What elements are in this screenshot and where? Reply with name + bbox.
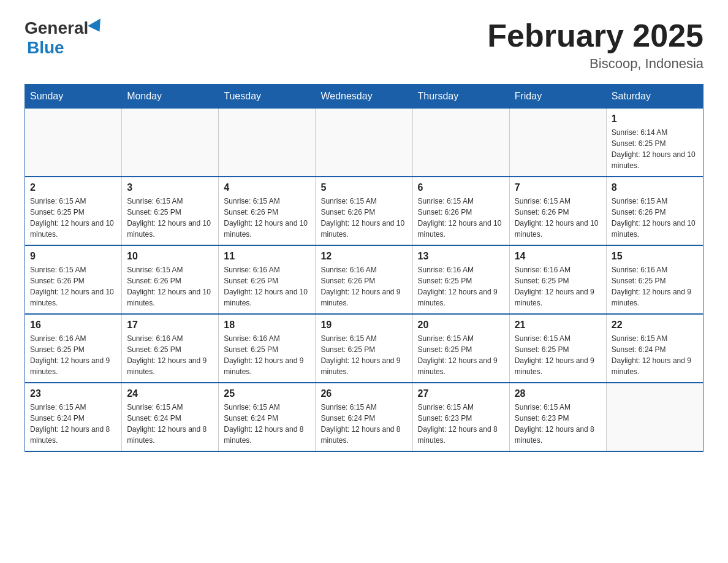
- calendar-table: SundayMondayTuesdayWednesdayThursdayFrid…: [25, 84, 703, 452]
- day-info: Sunrise: 6:16 AM Sunset: 6:25 PM Dayligh…: [612, 264, 698, 308]
- day-number: 13: [418, 251, 504, 262]
- calendar-cell: [606, 383, 703, 451]
- calendar-cell: 27Sunrise: 6:15 AM Sunset: 6:23 PM Dayli…: [412, 383, 509, 451]
- day-info: Sunrise: 6:15 AM Sunset: 6:26 PM Dayligh…: [30, 264, 116, 308]
- day-number: 1: [612, 113, 698, 124]
- calendar-cell: [412, 109, 509, 177]
- calendar-cell: [219, 109, 316, 177]
- day-number: 17: [127, 320, 213, 331]
- day-info: Sunrise: 6:15 AM Sunset: 6:24 PM Dayligh…: [127, 402, 213, 446]
- calendar-subtitle: Biscoop, Indonesia: [487, 56, 703, 72]
- day-info: Sunrise: 6:15 AM Sunset: 6:26 PM Dayligh…: [515, 196, 601, 240]
- calendar-cell: [122, 109, 219, 177]
- day-number: 25: [224, 388, 310, 399]
- calendar-cell: 28Sunrise: 6:15 AM Sunset: 6:23 PM Dayli…: [509, 383, 606, 451]
- day-info: Sunrise: 6:15 AM Sunset: 6:24 PM Dayligh…: [30, 402, 116, 446]
- day-info: Sunrise: 6:15 AM Sunset: 6:25 PM Dayligh…: [515, 333, 601, 377]
- weekday-header-sunday: Sunday: [25, 85, 122, 109]
- day-number: 24: [127, 388, 213, 399]
- day-info: Sunrise: 6:16 AM Sunset: 6:26 PM Dayligh…: [224, 264, 310, 308]
- day-number: 3: [127, 182, 213, 193]
- weekday-header-friday: Friday: [509, 85, 606, 109]
- calendar-cell: 13Sunrise: 6:16 AM Sunset: 6:25 PM Dayli…: [412, 245, 509, 314]
- calendar-cell: 1Sunrise: 6:14 AM Sunset: 6:25 PM Daylig…: [606, 109, 703, 177]
- calendar-cell: [509, 109, 606, 177]
- weekday-header-tuesday: Tuesday: [219, 85, 316, 109]
- calendar-cell: 4Sunrise: 6:15 AM Sunset: 6:26 PM Daylig…: [219, 177, 316, 245]
- day-number: 11: [224, 251, 310, 262]
- logo-text: General: [25, 18, 104, 38]
- day-info: Sunrise: 6:15 AM Sunset: 6:24 PM Dayligh…: [612, 333, 698, 377]
- day-info: Sunrise: 6:15 AM Sunset: 6:26 PM Dayligh…: [127, 264, 213, 308]
- day-info: Sunrise: 6:16 AM Sunset: 6:25 PM Dayligh…: [418, 264, 504, 308]
- day-number: 7: [515, 182, 601, 193]
- day-info: Sunrise: 6:15 AM Sunset: 6:26 PM Dayligh…: [320, 196, 407, 240]
- day-info: Sunrise: 6:15 AM Sunset: 6:23 PM Dayligh…: [418, 402, 504, 446]
- day-number: 16: [30, 320, 116, 331]
- day-number: 2: [30, 182, 116, 193]
- calendar-cell: 11Sunrise: 6:16 AM Sunset: 6:26 PM Dayli…: [219, 245, 316, 314]
- calendar-cell: 2Sunrise: 6:15 AM Sunset: 6:25 PM Daylig…: [25, 177, 122, 245]
- calendar-cell: 12Sunrise: 6:16 AM Sunset: 6:26 PM Dayli…: [316, 245, 412, 314]
- calendar-cell: 14Sunrise: 6:16 AM Sunset: 6:25 PM Dayli…: [509, 245, 606, 314]
- calendar-cell: [316, 109, 412, 177]
- calendar-cell: 9Sunrise: 6:15 AM Sunset: 6:26 PM Daylig…: [25, 245, 122, 314]
- day-info: Sunrise: 6:15 AM Sunset: 6:23 PM Dayligh…: [515, 402, 601, 446]
- day-info: Sunrise: 6:16 AM Sunset: 6:25 PM Dayligh…: [30, 333, 116, 377]
- weekday-header-monday: Monday: [122, 85, 219, 109]
- day-number: 22: [612, 320, 698, 331]
- day-number: 23: [30, 388, 116, 399]
- day-info: Sunrise: 6:15 AM Sunset: 6:25 PM Dayligh…: [320, 333, 407, 377]
- day-info: Sunrise: 6:15 AM Sunset: 6:24 PM Dayligh…: [320, 402, 407, 446]
- title-area: February 2025 Biscoop, Indonesia: [487, 18, 703, 72]
- day-number: 4: [224, 182, 310, 193]
- logo: General Blue: [25, 18, 104, 58]
- day-number: 6: [418, 182, 504, 193]
- day-info: Sunrise: 6:15 AM Sunset: 6:26 PM Dayligh…: [224, 196, 310, 240]
- calendar-cell: 8Sunrise: 6:15 AM Sunset: 6:26 PM Daylig…: [606, 177, 703, 245]
- day-number: 26: [320, 388, 407, 399]
- day-info: Sunrise: 6:16 AM Sunset: 6:25 PM Dayligh…: [515, 264, 601, 308]
- week-row-5: 23Sunrise: 6:15 AM Sunset: 6:24 PM Dayli…: [25, 383, 703, 451]
- day-info: Sunrise: 6:15 AM Sunset: 6:26 PM Dayligh…: [418, 196, 504, 240]
- calendar-cell: 16Sunrise: 6:16 AM Sunset: 6:25 PM Dayli…: [25, 314, 122, 383]
- day-number: 9: [30, 251, 116, 262]
- day-info: Sunrise: 6:15 AM Sunset: 6:24 PM Dayligh…: [224, 402, 310, 446]
- day-number: 14: [515, 251, 601, 262]
- day-info: Sunrise: 6:16 AM Sunset: 6:26 PM Dayligh…: [320, 264, 407, 308]
- day-number: 20: [418, 320, 504, 331]
- calendar-cell: 17Sunrise: 6:16 AM Sunset: 6:25 PM Dayli…: [122, 314, 219, 383]
- day-number: 5: [320, 182, 407, 193]
- logo-general: General: [25, 18, 88, 38]
- calendar-cell: 19Sunrise: 6:15 AM Sunset: 6:25 PM Dayli…: [316, 314, 412, 383]
- day-info: Sunrise: 6:15 AM Sunset: 6:25 PM Dayligh…: [30, 196, 116, 240]
- day-info: Sunrise: 6:16 AM Sunset: 6:25 PM Dayligh…: [224, 333, 310, 377]
- logo-blue: Blue: [27, 38, 64, 57]
- week-row-3: 9Sunrise: 6:15 AM Sunset: 6:26 PM Daylig…: [25, 245, 703, 314]
- calendar-cell: 22Sunrise: 6:15 AM Sunset: 6:24 PM Dayli…: [606, 314, 703, 383]
- calendar-cell: 21Sunrise: 6:15 AM Sunset: 6:25 PM Dayli…: [509, 314, 606, 383]
- calendar-cell: 18Sunrise: 6:16 AM Sunset: 6:25 PM Dayli…: [219, 314, 316, 383]
- page-header: General Blue February 2025 Biscoop, Indo…: [25, 18, 703, 72]
- calendar-cell: 24Sunrise: 6:15 AM Sunset: 6:24 PM Dayli…: [122, 383, 219, 451]
- day-number: 18: [224, 320, 310, 331]
- day-number: 15: [612, 251, 698, 262]
- week-row-4: 16Sunrise: 6:16 AM Sunset: 6:25 PM Dayli…: [25, 314, 703, 383]
- weekday-header-row: SundayMondayTuesdayWednesdayThursdayFrid…: [25, 85, 703, 109]
- weekday-header-saturday: Saturday: [606, 85, 703, 109]
- day-number: 27: [418, 388, 504, 399]
- calendar-cell: 7Sunrise: 6:15 AM Sunset: 6:26 PM Daylig…: [509, 177, 606, 245]
- day-info: Sunrise: 6:14 AM Sunset: 6:25 PM Dayligh…: [612, 127, 698, 171]
- day-number: 28: [515, 388, 601, 399]
- calendar-cell: 15Sunrise: 6:16 AM Sunset: 6:25 PM Dayli…: [606, 245, 703, 314]
- week-row-1: 1Sunrise: 6:14 AM Sunset: 6:25 PM Daylig…: [25, 109, 703, 177]
- calendar-cell: [25, 109, 122, 177]
- calendar-cell: 26Sunrise: 6:15 AM Sunset: 6:24 PM Dayli…: [316, 383, 412, 451]
- day-number: 21: [515, 320, 601, 331]
- day-number: 10: [127, 251, 213, 262]
- logo-triangle-icon: [88, 18, 106, 36]
- calendar-cell: 3Sunrise: 6:15 AM Sunset: 6:25 PM Daylig…: [122, 177, 219, 245]
- calendar-cell: 6Sunrise: 6:15 AM Sunset: 6:26 PM Daylig…: [412, 177, 509, 245]
- day-info: Sunrise: 6:16 AM Sunset: 6:25 PM Dayligh…: [127, 333, 213, 377]
- calendar-title: February 2025: [487, 18, 703, 53]
